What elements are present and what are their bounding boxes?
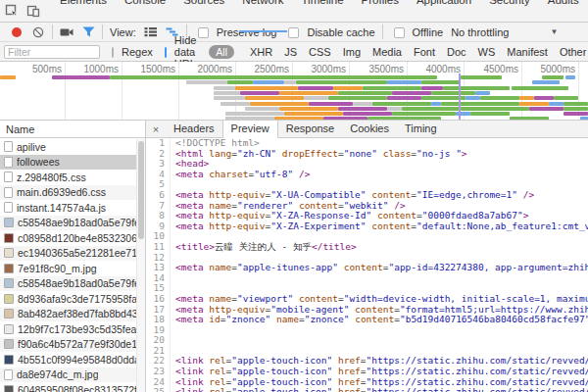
- regex-label[interactable]: Regex: [122, 46, 153, 58]
- offline-checkbox[interactable]: [394, 27, 405, 38]
- detail-tab-timing[interactable]: Timing: [397, 121, 445, 137]
- request-name: 7e91f8c90_m.jpg: [18, 263, 97, 274]
- close-icon[interactable]: ×: [146, 121, 166, 137]
- request-row[interactable]: c08958d120be4e853230649...: [0, 230, 136, 246]
- ruler-tick-label: 4500ms: [483, 64, 521, 74]
- filter-type-font[interactable]: Font: [414, 46, 435, 58]
- filter-input[interactable]: [4, 45, 100, 59]
- inspect-element-icon[interactable]: [4, 3, 20, 19]
- device-toolbar-icon[interactable]: [25, 3, 41, 19]
- filter-type-xhr[interactable]: XHR: [250, 46, 272, 58]
- request-row[interactable]: c58548ae9b18ad0a5e79fe4e...: [0, 276, 136, 292]
- source-text: <meta name="apple-itunes-app" content="a…: [171, 263, 588, 273]
- request-row[interactable]: ec1940365a5e21281ee71856...: [0, 246, 136, 262]
- code-line: 11<title>云瞳 关注的人 - 知乎</title>: [146, 242, 588, 253]
- request-row[interactable]: 8d936afa9c3de7175958fae5...: [0, 291, 136, 307]
- tab-audits[interactable]: Audits: [539, 0, 588, 32]
- request-row[interactable]: z.298480f5.css: [0, 170, 136, 185]
- filter-pill-all[interactable]: All: [209, 45, 234, 59]
- request-row[interactable]: 12b9f7c173be93c5d35fea2d...: [0, 321, 136, 337]
- scrollbar-thumb[interactable]: [138, 141, 144, 239]
- detail-tab-preview[interactable]: Preview: [222, 121, 278, 138]
- detail-tab-cookies[interactable]: Cookies: [342, 121, 397, 137]
- overview-request-bar: [431, 91, 475, 95]
- record-button[interactable]: [12, 27, 22, 37]
- ruler-tick-label: 3000ms: [311, 64, 349, 74]
- network-overview[interactable]: 500ms1000ms1500ms2000ms2500ms3000ms3500m…: [0, 62, 588, 121]
- overview-request-bar: [475, 91, 490, 95]
- request-name: z.298480f5.css: [17, 172, 86, 183]
- filter-type-doc[interactable]: Doc: [447, 46, 466, 58]
- overview-request-bar: [220, 102, 250, 106]
- filter-type-js[interactable]: JS: [284, 46, 297, 58]
- overview-request-bar: [549, 102, 564, 106]
- request-name: instant.14757a4a.js: [17, 202, 106, 214]
- tab-console[interactable]: Console: [116, 0, 174, 32]
- line-number: 6: [146, 190, 171, 201]
- request-name: 8ab482aef38ed7fab8bd4314...: [18, 308, 136, 319]
- tab-elements[interactable]: Elements: [51, 0, 116, 32]
- request-name: 12b9f7c173be93c5d35fea2d...: [18, 323, 136, 335]
- tab-application[interactable]: Application: [408, 0, 480, 32]
- overview-request-bar: [338, 107, 387, 111]
- request-row[interactable]: f90a6c4b572a77e9f30de153...: [0, 337, 136, 353]
- overview-request-bar: [328, 96, 387, 100]
- request-row[interactable]: 604859508f08ec8313572f0e7: [0, 382, 136, 392]
- overview-request-bar: [461, 75, 502, 79]
- name-column-header[interactable]: Name: [0, 121, 145, 138]
- overview-request-bar: [363, 86, 421, 90]
- overview-request-bar: [279, 107, 338, 111]
- request-row[interactable]: 4b551c0f994e95848d0dda09...: [0, 352, 136, 368]
- detail-tab-response[interactable]: Response: [278, 121, 343, 137]
- image-file-icon: [4, 324, 14, 334]
- request-name: c08958d120be4e853230649...: [18, 232, 136, 244]
- filter-type-img[interactable]: Img: [343, 46, 361, 58]
- detail-tab-headers[interactable]: Headers: [166, 121, 222, 137]
- overview-request-bar: [421, 80, 461, 84]
- code-line: 19: [146, 325, 588, 336]
- request-row[interactable]: c58548ae9b18ad0a5e79fe4e...: [0, 216, 136, 231]
- request-row[interactable]: da8e974dc_m.jpg: [0, 368, 136, 383]
- request-row[interactable]: followees: [0, 155, 136, 171]
- overview-request-bar: [542, 75, 564, 79]
- devtools-tabbar: ElementsConsoleSourcesNetworkTimelinePro…: [0, 0, 588, 23]
- ruler-gridline: [178, 62, 179, 120]
- document-file-icon: [4, 369, 13, 380]
- filter-type-manifest[interactable]: Manifest: [507, 46, 548, 58]
- overview-request-bar: [510, 117, 549, 121]
- clear-icon[interactable]: [30, 25, 46, 39]
- request-row[interactable]: apilive: [0, 139, 136, 155]
- hide-data-urls-checkbox[interactable]: [165, 47, 167, 58]
- request-row[interactable]: 8ab482aef38ed7fab8bd4314...: [0, 307, 136, 322]
- ruler-tick-label: 2000ms: [197, 64, 235, 74]
- request-name: 4b551c0f994e95848d0dda09...: [18, 354, 136, 366]
- filter-type-other[interactable]: Other: [560, 46, 587, 58]
- request-row[interactable]: main.d6939ed6.css: [0, 185, 136, 201]
- preserve-log-checkbox[interactable]: [198, 27, 209, 38]
- overview-request-bar: [304, 96, 328, 100]
- overview-request-bar: [580, 117, 588, 121]
- overview-request-bar: [564, 112, 588, 116]
- request-row[interactable]: 7e91f8c90_m.jpg: [0, 261, 136, 276]
- tab-network[interactable]: Network: [233, 0, 292, 32]
- overview-request-bar: [235, 86, 298, 90]
- tab-security[interactable]: Security: [480, 0, 539, 32]
- requests-scrollbar[interactable]: [136, 139, 145, 392]
- tab-timeline[interactable]: Timeline: [293, 0, 353, 32]
- image-file-icon: [4, 339, 14, 349]
- overview-request-bar: [461, 107, 529, 111]
- filter-type-ws[interactable]: WS: [478, 46, 496, 58]
- overview-request-bar: [284, 80, 296, 84]
- overview-request-bar: [245, 96, 304, 100]
- filter-type-css[interactable]: CSS: [309, 46, 331, 58]
- disable-cache-checkbox[interactable]: [288, 27, 299, 38]
- source-text: [171, 273, 175, 284]
- request-row[interactable]: instant.14757a4a.js: [0, 200, 136, 216]
- filter-type-media[interactable]: Media: [372, 46, 402, 58]
- preview-code-view[interactable]: 1<!DOCTYPE html>2<html lang="zh-CN" drop…: [146, 138, 588, 392]
- image-file-icon: [4, 218, 14, 227]
- regex-checkbox[interactable]: [112, 47, 114, 58]
- overview-request-bar: [227, 80, 253, 84]
- code-line: 9<meta http-equiv="X-ZA-Experiment" cont…: [146, 221, 588, 232]
- overview-request-bar: [466, 96, 480, 100]
